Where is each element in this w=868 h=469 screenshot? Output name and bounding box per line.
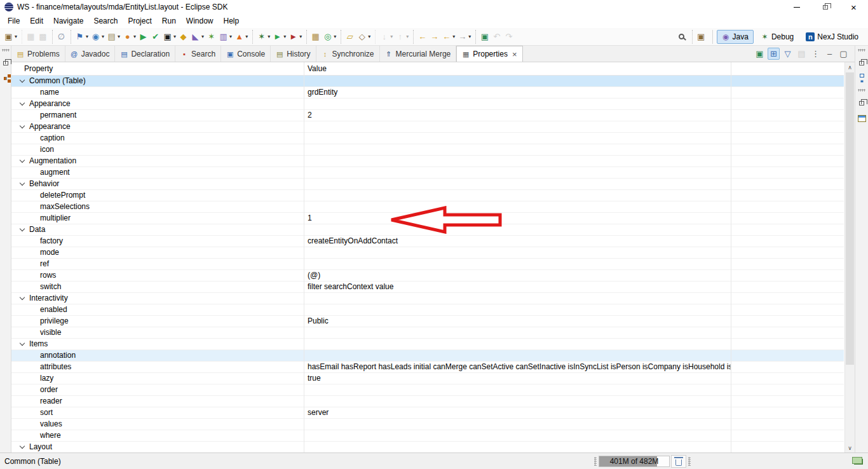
category-chevron-icon[interactable] [20, 158, 25, 163]
last-edit-location-button[interactable]: ▣ [475, 30, 491, 44]
view-tab[interactable]: ▣ Console × [221, 46, 271, 62]
category-chevron-icon[interactable] [20, 444, 25, 449]
run-model-button[interactable]: ⚑ [71, 30, 90, 44]
property-row[interactable]: Behavior [11, 179, 844, 190]
back-history-button[interactable]: ← [440, 30, 456, 44]
property-row[interactable]: Layout [11, 442, 844, 452]
redo-button[interactable]: ↷ [503, 30, 515, 44]
drag-grip-icon[interactable] [858, 89, 865, 92]
previous-annotation-button[interactable]: ↑ [394, 30, 410, 44]
category-chevron-icon[interactable] [20, 180, 25, 186]
menu-item[interactable]: Navigate [48, 15, 88, 27]
security-shield-button[interactable]: ◆ [177, 30, 189, 44]
property-row[interactable]: annotation [11, 350, 844, 362]
property-row[interactable]: values [11, 419, 844, 430]
run-garbage-collector-button[interactable] [671, 455, 686, 468]
drag-grip-icon[interactable] [2, 49, 10, 51]
forward-location-button[interactable]: → [428, 30, 440, 44]
view-tab[interactable]: @ Javadoc × [65, 46, 116, 62]
menu-item[interactable]: Edit [25, 15, 48, 27]
column-header-property[interactable]: Property [11, 64, 304, 73]
link-with-editor-button[interactable]: ∅ [52, 30, 67, 44]
property-row[interactable]: Items [11, 339, 844, 350]
property-row[interactable]: icon [11, 144, 844, 156]
restore-view-button[interactable] [857, 58, 867, 68]
drag-grip-icon[interactable] [858, 49, 865, 51]
flame-run-button[interactable]: ▲ [233, 30, 249, 44]
property-row[interactable]: Appearance [11, 99, 844, 110]
open-perspective-button[interactable]: ▣ [692, 30, 707, 44]
column-divider[interactable] [731, 62, 731, 452]
property-row[interactable]: Interactivity [11, 293, 844, 304]
category-chevron-icon[interactable] [20, 295, 25, 300]
property-row[interactable]: sort server [11, 407, 844, 419]
view-tab[interactable]: ▤ History × [271, 46, 316, 62]
view-tab[interactable]: ▦ Properties × [456, 46, 522, 62]
console-button[interactable]: ▣ [161, 30, 177, 44]
property-row[interactable]: deletePrompt [11, 190, 844, 201]
view-tab[interactable]: ▪ Search × [175, 46, 221, 62]
tab-close-icon[interactable]: × [512, 50, 517, 59]
jar-export-button[interactable]: ▥ [217, 30, 233, 44]
property-row[interactable]: caption [11, 133, 844, 144]
show-categories-button[interactable]: ⊞ [768, 48, 780, 60]
perspective-button[interactable]: ◉ Java [717, 30, 754, 44]
new-wizard-button[interactable]: ▣ [3, 30, 18, 44]
vertical-scrollbar[interactable]: ∧ ∨ [844, 62, 855, 452]
open-resource-button[interactable]: ▱ [341, 30, 356, 44]
new-package-button[interactable]: ▦ [306, 30, 322, 44]
category-chevron-icon[interactable] [20, 341, 25, 346]
property-row[interactable]: factory createEntityOnAddContact [11, 236, 844, 247]
property-row[interactable]: order [11, 384, 844, 396]
filter-button[interactable]: ▽ [782, 48, 794, 60]
maximize-view-button[interactable]: ▢ [837, 48, 850, 60]
restore-defaults-button[interactable]: ▤ [796, 48, 808, 60]
forward-history-button[interactable]: → [456, 30, 472, 44]
property-row[interactable]: Common (Table) [11, 76, 844, 87]
new-class-button[interactable]: ◎ [322, 30, 337, 44]
menu-item[interactable]: Project [123, 15, 156, 27]
property-row[interactable]: rows (@) [11, 270, 844, 282]
property-row[interactable]: name grdEntity [11, 87, 844, 99]
pin-view-button[interactable]: ▣ [754, 48, 766, 60]
view-menu-button[interactable]: ⋮ [810, 48, 822, 60]
stacked-windows-icon[interactable] [854, 459, 863, 465]
menu-item[interactable]: Window [181, 15, 219, 27]
minimize-button[interactable] [782, 0, 811, 14]
restore-view-button[interactable] [1, 58, 11, 68]
menu-item[interactable]: Run [157, 15, 181, 27]
profile-button[interactable]: ► [287, 30, 303, 44]
property-row[interactable]: visible [11, 327, 844, 339]
save-all-button[interactable]: ▩ [37, 30, 49, 44]
view-tab[interactable]: ▤ Declaration × [115, 46, 175, 62]
category-chevron-icon[interactable] [20, 226, 25, 231]
scroll-down-icon[interactable]: ∨ [845, 443, 855, 452]
minimized-explorer-button[interactable] [1, 73, 11, 83]
property-row[interactable]: switch filter searchContext value [11, 282, 844, 293]
category-chevron-icon[interactable] [20, 78, 25, 83]
perspective-button[interactable]: n NexJ Studio [801, 31, 864, 43]
property-row[interactable]: where [11, 430, 844, 442]
property-row[interactable]: permanent 2 [11, 110, 844, 121]
property-row[interactable]: ref [11, 259, 844, 270]
minimized-outline-button[interactable] [857, 73, 867, 83]
property-row[interactable]: Appearance [11, 121, 844, 133]
back-location-button[interactable]: ← [413, 30, 428, 44]
perspective-button[interactable]: ✶ Debug [756, 30, 799, 44]
nexj-model-button[interactable]: ◣ [189, 30, 205, 44]
deploy-server-button[interactable]: ◉ [90, 30, 105, 44]
debug-button[interactable]: ✶ [252, 30, 271, 44]
restore-button[interactable] [811, 0, 839, 14]
property-row[interactable]: attributes hasEmail hasReport hasLeads i… [11, 362, 844, 373]
property-row[interactable]: privilege Public [11, 316, 844, 327]
drag-grip-icon[interactable] [594, 457, 597, 466]
scroll-up-icon[interactable]: ∧ [845, 62, 855, 72]
scrollbar-thumb[interactable] [846, 72, 854, 365]
column-header-value[interactable]: Value [304, 64, 731, 73]
restore-view-button[interactable] [857, 98, 867, 108]
column-divider[interactable] [304, 62, 304, 452]
category-chevron-icon[interactable] [20, 100, 25, 105]
minimized-editor-button[interactable] [857, 113, 867, 123]
view-tab[interactable]: ↕ Synchronize × [316, 46, 380, 62]
property-row[interactable]: Augmentation [11, 156, 844, 167]
